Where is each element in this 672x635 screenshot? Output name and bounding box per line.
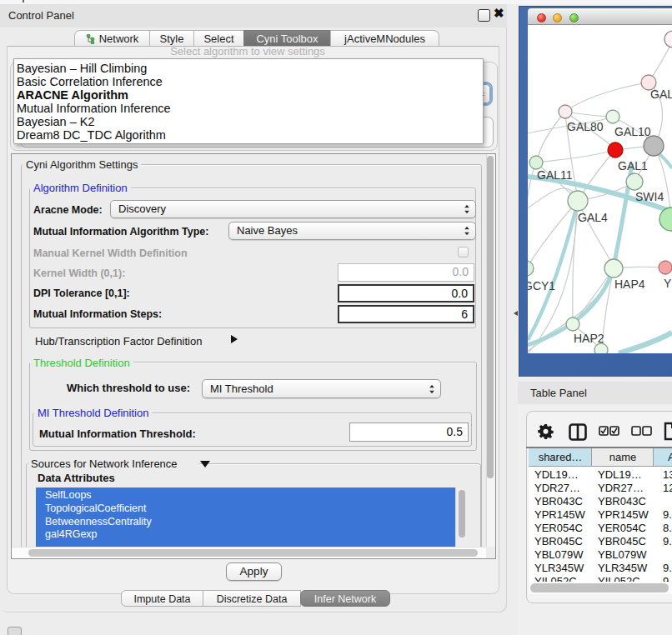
threshold-definition-title: Threshold Definition xyxy=(30,357,133,369)
node-label: GCY1 xyxy=(528,279,555,292)
list-item[interactable]: SelfLoops xyxy=(36,488,455,502)
table-row[interactable]: YBR045C YBR045C 9. xyxy=(529,535,672,548)
split-columns-icon[interactable] xyxy=(569,423,587,444)
mi-steps-field[interactable]: 6 xyxy=(338,305,474,323)
manual-kernel-label: Manual Kernel Width Definition xyxy=(33,248,188,259)
window-minimize-icon[interactable] xyxy=(553,13,562,22)
which-threshold-combobox[interactable]: MI Threshold xyxy=(202,379,441,398)
table-row[interactable]: YIL052C YIL052C 9. xyxy=(529,575,672,582)
table-row[interactable]: YLR345W YLR345W 9. xyxy=(529,562,672,575)
hub-definition-label: Hub/Transcription Factor Definition xyxy=(35,335,202,348)
tab-infer-network-label: Infer Network xyxy=(314,593,376,605)
cell-shared-name: YBR043C xyxy=(534,495,583,508)
which-threshold-label: Which threshold to use: xyxy=(67,382,190,394)
node-label: HAP2 xyxy=(574,332,604,345)
list-item[interactable]: TopologicalCoefficient xyxy=(36,502,455,516)
cell-shared-name: YPR145W xyxy=(534,508,585,522)
list-item[interactable]: BetweennessCentrality xyxy=(36,516,455,529)
window-zoom-icon[interactable] xyxy=(569,13,579,22)
algorithm-option[interactable]: Dream8 DC_TDC Algorithm xyxy=(14,128,483,142)
mini-button[interactable] xyxy=(8,627,22,635)
document-icon[interactable] xyxy=(664,422,672,444)
collapse-arrow-icon[interactable] xyxy=(200,461,210,468)
network-view[interactable]: GAL GAL80 GAL10 GAL1 GAL11 SWI4 GAL4 GCY… xyxy=(528,25,672,353)
node-label: GAL4 xyxy=(578,211,608,224)
algorithm-prompt: Select algorithm to view settings xyxy=(81,46,414,58)
node-label: SWI4 xyxy=(635,190,664,203)
algorithm-option[interactable]: Bayesian – K2 xyxy=(14,115,483,128)
cell-name: YDR27… xyxy=(598,482,644,495)
expand-arrow-icon[interactable] xyxy=(231,335,238,343)
tab-discretize-data[interactable]: Discretize Data xyxy=(203,590,301,607)
table-row[interactable]: YBR043C YBR043C xyxy=(529,495,672,508)
sources-title: Sources for Network Inference xyxy=(28,458,199,470)
aracne-mode-value: Discovery xyxy=(118,202,166,215)
control-panel-title: Control Panel xyxy=(8,9,74,22)
table-hscrollbar-thumb[interactable] xyxy=(530,583,669,592)
tab-select[interactable]: Select xyxy=(193,30,244,46)
data-attributes-label: Data Attributes xyxy=(38,472,115,484)
cell-value: 9. xyxy=(663,508,672,522)
apply-button[interactable]: Apply xyxy=(226,562,282,581)
settings-vscrollbar-thumb[interactable] xyxy=(487,156,494,478)
column-header-shared-name[interactable]: shared… xyxy=(529,448,592,467)
node-label: GAL1 xyxy=(618,159,648,172)
algorithm-option[interactable]: Mutual Information Inference xyxy=(14,102,483,115)
checked-columns-icon[interactable] xyxy=(599,426,619,441)
dpi-tolerance-field[interactable]: 0.0 xyxy=(338,284,474,302)
splitter-collapse-icon[interactable] xyxy=(514,311,518,316)
close-icon[interactable]: ✖ xyxy=(494,6,504,21)
kernel-width-field[interactable]: 0.0 xyxy=(338,263,474,282)
node-label: GAL10 xyxy=(614,125,651,138)
cell-value: 8. xyxy=(663,522,672,535)
table-row[interactable]: YER054C YER054C 8. xyxy=(529,522,672,535)
table-panel-title: Table Panel xyxy=(530,387,587,399)
cell-shared-name: YLR345W xyxy=(534,562,584,575)
manual-kernel-checkbox[interactable] xyxy=(458,247,469,258)
gear-icon[interactable] xyxy=(538,423,554,443)
cell-name: YBL079W xyxy=(598,548,647,562)
cell-value: 13 xyxy=(663,468,672,482)
network-window-titlebar[interactable] xyxy=(528,8,672,25)
algorithm-option[interactable]: Bayesian – Hill Climbing xyxy=(14,62,483,75)
data-attributes-list[interactable]: SelfLoops TopologicalCoefficient Between… xyxy=(36,488,455,547)
settings-viewport: Cyni Algorithm Settings Algorithm Defini… xyxy=(12,154,486,547)
cell-name: YLR345W xyxy=(598,562,647,575)
tab-style[interactable]: Style xyxy=(149,30,194,46)
cell-name: YBR045C xyxy=(598,535,646,548)
node-label: HAP4 xyxy=(614,278,645,291)
settings-hscrollbar-thumb[interactable] xyxy=(28,549,478,557)
window-close-icon[interactable] xyxy=(537,13,546,22)
mi-steps-label: Mutual Information Steps: xyxy=(33,308,162,320)
table-row[interactable]: YDR27… YDR27… 12 xyxy=(529,482,672,495)
tab-network[interactable]: Network xyxy=(74,30,150,46)
which-threshold-value: MI Threshold xyxy=(210,382,273,395)
column-header-partial[interactable]: A xyxy=(654,448,672,467)
algorithm-option-selected[interactable]: ARACNE Algorithm xyxy=(14,88,483,102)
node-label: GAL xyxy=(650,88,672,101)
column-header-name[interactable]: name xyxy=(592,448,654,467)
mi-threshold-field[interactable]: 0.5 xyxy=(349,422,469,442)
tab-jactivemnodules[interactable]: jActiveMNodules xyxy=(330,30,439,46)
float-window-button[interactable] xyxy=(478,9,490,22)
node-table[interactable]: YDL19… YDL19… 13 YDR27… YDR27… 12 YBR043… xyxy=(529,467,672,582)
unchecked-columns-icon[interactable] xyxy=(631,426,652,441)
aracne-mode-combobox[interactable]: Discovery xyxy=(110,200,476,218)
algorithm-option[interactable]: Basic Correlation Inference xyxy=(14,75,483,88)
tab-impute-data[interactable]: Impute Data xyxy=(121,590,203,607)
cell-name: YDL19… xyxy=(598,468,642,482)
cell-shared-name: YBL079W xyxy=(534,548,584,562)
tab-infer-network[interactable]: Infer Network xyxy=(300,590,390,607)
list-item[interactable]: gal4RGexp xyxy=(36,528,455,542)
table-row[interactable]: YPR145W YPR145W 9. xyxy=(529,508,672,522)
tab-jactivemnodules-label: jActiveMNodules xyxy=(344,32,425,45)
table-row[interactable]: YDL19… YDL19… 13 xyxy=(529,468,672,482)
mi-type-combobox[interactable]: Naive Bayes xyxy=(228,222,476,240)
cyni-algorithm-settings-title: Cyni Algorithm Settings xyxy=(23,158,141,171)
table-row[interactable]: YBL079W YBL079W xyxy=(529,548,672,562)
list-vscrollbar-thumb[interactable] xyxy=(459,490,465,538)
tab-cyni-toolbox[interactable]: Cyni Toolbox xyxy=(243,30,331,46)
cell-value: 12 xyxy=(663,482,672,495)
node-label: GAL11 xyxy=(537,168,573,182)
dpi-tolerance-label: DPI Tolerance [0,1]: xyxy=(33,288,130,299)
